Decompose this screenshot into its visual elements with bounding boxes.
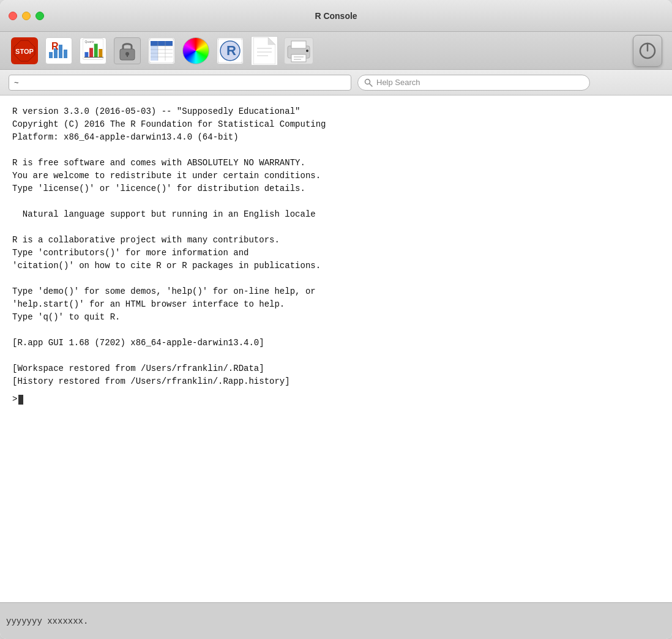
minimize-button[interactable] (22, 12, 31, 20)
maximize-button[interactable] (35, 12, 44, 20)
close-button[interactable] (9, 12, 17, 20)
bar-chart-icon: Quartz (83, 37, 103, 61)
svg-rect-11 (94, 43, 98, 57)
table-icon (149, 39, 174, 63)
svg-text:Quartz: Quartz (84, 39, 94, 43)
console-area[interactable]: R version 3.3.0 (2016-05-03) -- "Suppose… (0, 95, 672, 602)
path-input[interactable]: ~ (9, 75, 351, 91)
svg-rect-36 (291, 41, 306, 48)
print-button[interactable] (284, 36, 313, 65)
prompt-line: > (12, 393, 660, 406)
search-placeholder: Help Search (376, 78, 420, 87)
color-wheel-button[interactable] (181, 36, 211, 65)
document-icon (253, 37, 275, 64)
r-editor-button[interactable]: R (44, 36, 73, 65)
bar-chart-button[interactable]: Quartz (78, 36, 108, 65)
svg-rect-12 (99, 49, 102, 58)
traffic-lights (9, 12, 44, 20)
svg-text:STOP: STOP (15, 48, 34, 55)
power-icon (638, 41, 657, 61)
power-button[interactable] (633, 36, 662, 65)
title-bar: R Console (0, 0, 672, 32)
svg-rect-26 (151, 46, 158, 61)
printer-icon (285, 39, 312, 63)
color-wheel-icon (182, 37, 209, 64)
bottom-bar-text: yyyyyyy xxxxxxx. (6, 616, 88, 626)
svg-rect-10 (89, 48, 93, 57)
svg-marker-31 (268, 37, 275, 45)
search-icon (364, 78, 373, 87)
svg-text:R: R (51, 41, 59, 51)
new-document-button[interactable] (250, 36, 279, 65)
toolbar: STOP R (0, 32, 672, 70)
path-value: ~ (14, 78, 19, 87)
svg-rect-9 (84, 52, 88, 58)
stop-icon: STOP (13, 39, 36, 62)
lock-icon (119, 40, 136, 61)
lock-button[interactable] (113, 36, 142, 65)
svg-text:R: R (226, 43, 236, 58)
help-search-box[interactable]: Help Search (357, 75, 590, 91)
window-title: R Console (315, 11, 357, 21)
table-button[interactable] (147, 36, 176, 65)
console-prompt: > (12, 393, 17, 406)
svg-rect-3 (49, 52, 53, 58)
svg-line-44 (370, 83, 373, 86)
addressbar-area: ~ Help Search (0, 70, 672, 95)
svg-rect-17 (127, 54, 128, 57)
cursor (18, 395, 23, 405)
r-logo-icon: R (218, 39, 242, 63)
svg-rect-38 (306, 50, 308, 52)
svg-rect-6 (64, 50, 67, 58)
r-editor-icon: R (47, 39, 71, 63)
svg-rect-5 (59, 45, 62, 58)
bottom-bar: yyyyyyy xxxxxxx. (0, 602, 672, 639)
svg-rect-19 (151, 41, 173, 46)
r-console-window: R Console STOP (0, 0, 672, 639)
r-logo-button[interactable]: R (215, 36, 245, 65)
svg-rect-37 (291, 54, 306, 62)
console-startup-text: R version 3.3.0 (2016-05-03) -- "Suppose… (12, 105, 660, 388)
stop-button[interactable]: STOP (10, 36, 39, 65)
